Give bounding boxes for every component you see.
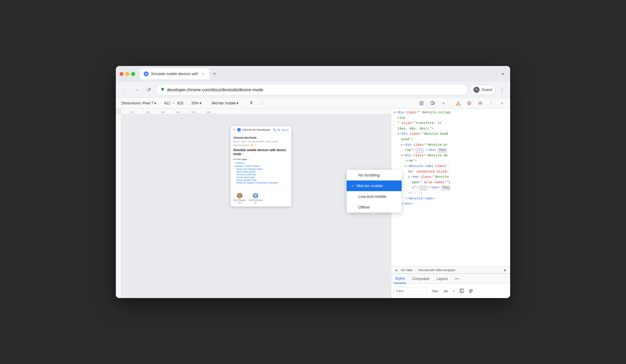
collapse-icon4[interactable]: ▼ bbox=[401, 154, 403, 158]
warnings-icon[interactable]: ! bbox=[454, 99, 462, 107]
no-touch-button[interactable] bbox=[247, 99, 256, 107]
profile-button[interactable]: Guest bbox=[470, 85, 495, 95]
svg-rect-4 bbox=[421, 102, 422, 104]
zoom-value: 33% bbox=[191, 101, 199, 105]
toc-sub-1: Responsive Viewport Mode bbox=[233, 168, 289, 170]
mobile-browser-header: ☰ Chrome for Developers 🔍 ⚙ Sign in bbox=[231, 126, 291, 134]
collapsed-badge2[interactable]: ··· bbox=[419, 185, 427, 190]
mobile-authors: Kayce Basques 𝕏 ⊕ ▷ Sofia Emelianova bbox=[231, 190, 291, 206]
back-button[interactable]: ← bbox=[120, 85, 129, 95]
code-line-10: -row"> bbox=[402, 158, 510, 164]
tab-computed[interactable]: Computed bbox=[411, 274, 430, 283]
author-1: Kayce Basques 𝕏 ⊕ ▷ bbox=[233, 193, 246, 204]
mobile-device-frame: ☰ Chrome for Developers 🔍 ⚙ Sign in Chro… bbox=[230, 126, 292, 207]
traffic-lights bbox=[120, 72, 135, 76]
dimensions-selector[interactable]: Dimensions: Pixel 7 ▾ bbox=[120, 100, 158, 106]
svg-point-14 bbox=[238, 194, 241, 196]
close-devtools-button[interactable]: × bbox=[498, 99, 506, 107]
flex-badge[interactable]: flex bbox=[438, 148, 447, 153]
settings-button[interactable] bbox=[476, 99, 484, 107]
inspect-element-button[interactable] bbox=[417, 99, 426, 107]
throttle-option-offline[interactable]: Offline bbox=[347, 202, 402, 213]
device-mode-button[interactable] bbox=[428, 99, 437, 107]
toc-sub-3: Set device pixel ratio bbox=[233, 173, 289, 176]
mobile-site-name: Chrome for Developers bbox=[242, 128, 271, 131]
throttle-option-no-throttling[interactable]: No throttling bbox=[347, 170, 402, 180]
width-value[interactable]: 412 bbox=[164, 101, 170, 105]
mobile-page-title: Simulate mobile devices with device mode… bbox=[233, 148, 289, 156]
tab-more-button[interactable]: >> bbox=[454, 274, 460, 283]
breadcrumb-item-1[interactable]: ver-tabs bbox=[400, 268, 414, 272]
tab-close-button[interactable]: × bbox=[201, 71, 205, 76]
title-bar-end: ▾ bbox=[499, 70, 506, 78]
minimize-window-button[interactable] bbox=[125, 72, 129, 76]
close-window-button[interactable] bbox=[120, 72, 123, 76]
collapse-icon5[interactable]: ▼ bbox=[405, 164, 406, 169]
svg-rect-5 bbox=[431, 101, 433, 104]
mobile-header-icons: 🔍 ⚙ bbox=[273, 128, 280, 132]
throttle-option-mid-tier[interactable]: ✓ Mid-tier mobile bbox=[347, 180, 402, 191]
breadcrumb-back-button[interactable]: ◀ bbox=[394, 268, 399, 272]
throttle-dropdown: No throttling ✓ Mid-tier mobile Low-end … bbox=[347, 170, 402, 213]
tab-bar: Simulate mobile devices with × + bbox=[140, 68, 497, 79]
throttle-option-low-end[interactable]: Low-end mobile bbox=[347, 191, 402, 202]
forward-button[interactable]: → bbox=[132, 85, 142, 95]
maximize-window-button[interactable] bbox=[131, 72, 135, 76]
profile-label: Guest bbox=[481, 87, 492, 92]
tab-layout[interactable]: Layout bbox=[435, 274, 449, 283]
browser-tab[interactable]: Simulate mobile devices with × bbox=[140, 68, 209, 79]
omnibox[interactable]: developer.chrome.com/docs/devtools/devic… bbox=[156, 84, 468, 95]
ruler-vertical bbox=[116, 114, 121, 298]
browser-menu-button[interactable]: ⋮ bbox=[498, 86, 506, 94]
zoom-selector[interactable]: 33% ▾ bbox=[190, 100, 203, 106]
code-line-12: bs" connected style> bbox=[406, 169, 510, 175]
collapse-icon3[interactable]: ▶ bbox=[401, 143, 403, 147]
breadcrumb-separator: › bbox=[415, 268, 416, 272]
svg-rect-23 bbox=[469, 291, 473, 291]
browser-window: Simulate mobile devices with × + ▾ ← → ↺… bbox=[116, 66, 510, 298]
collapse-icon[interactable]: ▼ bbox=[394, 111, 395, 115]
collapsed-badge[interactable]: ··· bbox=[416, 148, 424, 153]
more-panels-button[interactable]: » bbox=[439, 99, 448, 107]
flex-badge2[interactable]: flex bbox=[441, 185, 451, 190]
collapse-icon6[interactable]: ▶ bbox=[408, 175, 410, 179]
code-line-1: ▼ <div class= " devsite-collap bbox=[391, 110, 510, 115]
new-tab-button[interactable]: + bbox=[210, 70, 219, 78]
computed-style-toggle[interactable] bbox=[467, 288, 475, 294]
toc-sub-2: Show media queries bbox=[233, 171, 289, 173]
toc-item-2: Simulate a mobile viewport bbox=[233, 165, 289, 167]
breadcrumb-item-2[interactable]: nav.devsite-tabs-wrapper bbox=[417, 268, 457, 272]
height-value[interactable]: 915 bbox=[177, 101, 183, 105]
cls-button[interactable]: .cls bbox=[441, 289, 450, 293]
zoom-chevron-icon: ▾ bbox=[200, 101, 201, 105]
code-line-15: s"> ··· </nav> flex bbox=[410, 185, 510, 191]
html-tree-panel[interactable]: ▼ <div class= " devsite-collap tion " st… bbox=[391, 109, 510, 266]
author-1-avatar bbox=[237, 193, 242, 198]
toc-sub-6: Rotate the viewport to landscape orienta… bbox=[233, 182, 289, 184]
breadcrumb-forward-button[interactable]: ▶ bbox=[503, 268, 508, 272]
mobile-breadcrumb: Home›Docs›Chrome DevTools›More panels bbox=[233, 140, 289, 143]
code-line-8: row"> ··· </div> flex bbox=[402, 147, 510, 153]
devtools-toolbar: Dimensions: Pixel 7 ▾ 412 × 915 33% ▾ Mi… bbox=[116, 98, 510, 109]
tab-dropdown-chevron-icon[interactable]: ▾ bbox=[499, 70, 506, 78]
svg-rect-22 bbox=[469, 289, 473, 290]
svg-rect-24 bbox=[469, 292, 472, 293]
devtools-more-button[interactable]: ⋮ bbox=[487, 99, 495, 107]
hov-button[interactable]: :hov bbox=[430, 289, 440, 293]
code-line-3: " style=" transform: tr bbox=[395, 121, 510, 126]
more-options-button[interactable]: ⋮ bbox=[258, 99, 267, 107]
filter-input[interactable] bbox=[394, 287, 427, 295]
ruler-horizontal: 100 200 300 400 500 600 bbox=[121, 109, 391, 114]
tab-favicon bbox=[144, 71, 149, 76]
collapse-icon2[interactable]: ▼ bbox=[397, 132, 399, 136]
refresh-button[interactable]: ↺ bbox=[144, 85, 154, 95]
svg-text:!: ! bbox=[458, 103, 459, 105]
mobile-sign-in: Sign in bbox=[282, 129, 289, 131]
throttle-selector[interactable]: Mid-tier mobile ▾ bbox=[209, 100, 241, 106]
code-line-13: ▶ <nav class=" devsite bbox=[406, 174, 510, 180]
add-style-button[interactable]: + bbox=[451, 289, 456, 293]
toggle-element-state[interactable] bbox=[458, 288, 466, 294]
tab-styles[interactable]: Styles bbox=[394, 274, 406, 283]
errors-icon[interactable]: ! bbox=[465, 99, 473, 107]
check-icon: ✓ bbox=[352, 184, 354, 188]
